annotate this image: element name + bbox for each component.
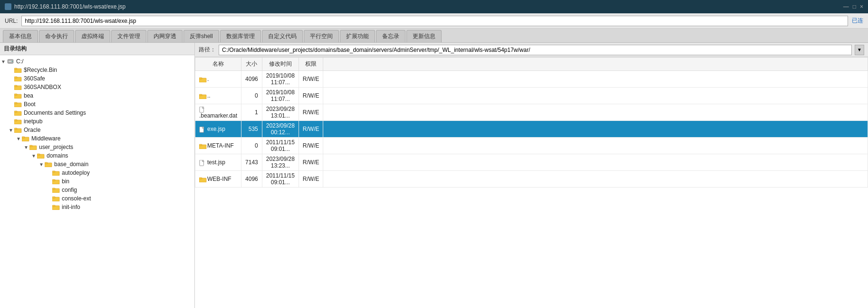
file-name-text-4: META-INF [207,142,234,149]
tree-item-init-info[interactable]: init-info [0,203,194,211]
tree-item-bea[interactable]: bea [0,91,194,100]
tree-item-middleware[interactable]: ▼ Middleware [0,134,194,143]
svg-rect-4 [14,68,17,70]
table-row[interactable]: .40962019/10/08 11:07...R/W/E [195,71,868,88]
tree-item-c-drive[interactable]: ▼ C:/ [0,57,194,66]
file-size-5: 7143 [241,154,262,171]
tab-ext[interactable]: 扩展功能 [340,30,375,42]
table-row[interactable]: WEB-INF40962011/11/15 09:01...R/W/E [195,171,868,188]
table-row[interactable]: ..02019/10/08 11:07...R/W/E [195,88,868,104]
tree-toggle-c-drive[interactable]: ▼ [0,59,7,64]
tree-toggle-domains[interactable]: ▼ [30,153,37,159]
table-row[interactable]: test.jsp71432023/09/28 13:23...R/W/E [195,154,868,171]
svg-rect-24 [37,154,40,155]
tab-cmd[interactable]: 命令执行 [39,30,74,42]
file-perm-5: R/W/E [299,154,323,171]
file-icon-2 [199,107,206,112]
tree-body: ▼ C:/ $Recycle.Bin 360Safe 360SANDBOX be… [0,55,194,213]
tree-toggle-base_domain[interactable]: ▼ [38,162,45,167]
tree-item-360safe[interactable]: 360Safe [0,74,194,83]
table-row[interactable]: META-INF02011/11/15 09:01...R/W/E [195,138,868,154]
tree-item-domains[interactable]: ▼ domains [0,151,194,160]
svg-rect-16 [14,119,17,121]
maximize-button[interactable]: □ [853,3,856,10]
svg-rect-38 [199,78,202,79]
file-extra-2 [323,104,868,121]
file-perm-3: R/W/E [299,121,323,138]
url-input[interactable] [21,16,848,26]
file-name-6: WEB-INF [195,171,241,188]
tree-label-boot: Boot [24,101,36,108]
file-size-2: 1 [241,104,262,121]
file-extra-1 [323,88,868,104]
tab-custom[interactable]: 自定义代码 [262,30,303,42]
minimize-button[interactable]: — [843,3,849,10]
title-bar-left: http://192.168.111.80:7001/wls-wsat/exe.… [5,3,125,10]
tree-item-console-ext[interactable]: console-ext [0,194,194,203]
folder-icon-inetpub [14,119,22,124]
col-header-修改时间: 修改时间 [262,58,299,71]
file-extra-0 [323,71,868,88]
tree-item-bin[interactable]: bin [0,177,194,186]
title-bar-controls: — □ × [843,3,863,10]
close-button[interactable]: × [860,3,863,10]
tree-item-documents[interactable]: Documents and Settings [0,109,194,117]
file-perm-0: R/W/E [299,71,323,88]
tree-item-config[interactable]: config [0,186,194,194]
tree-item-oracle[interactable]: ▼ Oracle [0,126,194,134]
tree-toggle-middleware[interactable]: ▼ [15,136,22,141]
file-panel: 路径： ▼ 名称大小修改时间权限 .40962019/10/08 11:07..… [195,43,868,308]
tree-toggle-oracle[interactable]: ▼ [8,128,14,133]
file-name-4: META-INF [195,138,241,154]
path-input[interactable] [219,45,852,55]
app-icon [5,3,11,10]
tree-item-360sandbox[interactable]: 360SANDBOX [0,83,194,91]
tree-label-user_projects: user_projects [39,144,73,150]
file-size-3: 535 [241,121,262,138]
col-header-名称: 名称 [195,58,241,71]
folder-icon-recycle [14,67,22,73]
tab-filemgr[interactable]: 文件管理 [111,30,146,42]
tab-db[interactable]: 数据库管理 [220,30,261,42]
tree-item-recycle[interactable]: $Recycle.Bin [0,66,194,74]
folder-icon-base_domain [45,161,52,167]
file-name-1: .. [195,88,241,104]
file-extra-5 [323,154,868,171]
tree-label-recycle: $Recycle.Bin [24,67,57,73]
tab-basic[interactable]: 基本信息 [3,30,38,42]
tab-parallel[interactable]: 平行空间 [304,30,339,42]
tree-label-c-drive: C:/ [16,58,23,65]
tree-label-inetpub: inetpub [24,118,42,125]
file-name-5: test.jsp [195,154,241,171]
folder-icon-360safe [14,76,22,81]
path-dropdown-button[interactable]: ▼ [855,45,864,55]
file-name-0: . [195,71,241,88]
svg-rect-14 [14,111,17,112]
tree-item-boot[interactable]: Boot [0,100,194,109]
tab-update[interactable]: 更新信息 [406,30,442,42]
table-row[interactable]: .beamarker.dat12023/09/28 13:01...R/W/E [195,104,868,121]
svg-rect-36 [52,205,55,207]
tree-item-autodeploy[interactable]: autodeploy [0,169,194,177]
folder-icon-init-info [52,204,60,210]
tab-shell[interactable]: 反弹shell [183,30,219,42]
tree-label-config: config [62,187,77,193]
tree-item-base_domain[interactable]: ▼ base_domain [0,160,194,169]
table-row[interactable]: exe.jsp5352023/09/28 00:12...R/W/E [195,121,868,138]
svg-rect-40 [199,94,202,96]
tree-item-user_projects[interactable]: ▼ user_projects [0,143,194,151]
col-header-大小: 大小 [241,58,262,71]
tree-label-360safe: 360Safe [24,75,45,82]
tree-item-inetpub[interactable]: inetpub [0,117,194,126]
svg-rect-26 [45,162,48,164]
url-bar: URL: 已连 [0,13,868,29]
tree-toggle-user_projects[interactable]: ▼ [23,145,29,150]
tab-tunnel[interactable]: 内网穿透 [147,30,183,42]
tree-panel: 目录结构 ▼ C:/ $Recycle.Bin 360Safe 360SANDB… [0,43,195,308]
tree-label-oracle: Oracle [24,127,40,133]
url-connect-link[interactable]: 已连 [852,17,863,25]
tab-vterm[interactable]: 虚拟终端 [75,30,110,42]
drive-icon-c-drive [7,59,14,64]
tab-memo[interactable]: 备忘录 [376,30,405,42]
svg-point-2 [11,61,12,62]
